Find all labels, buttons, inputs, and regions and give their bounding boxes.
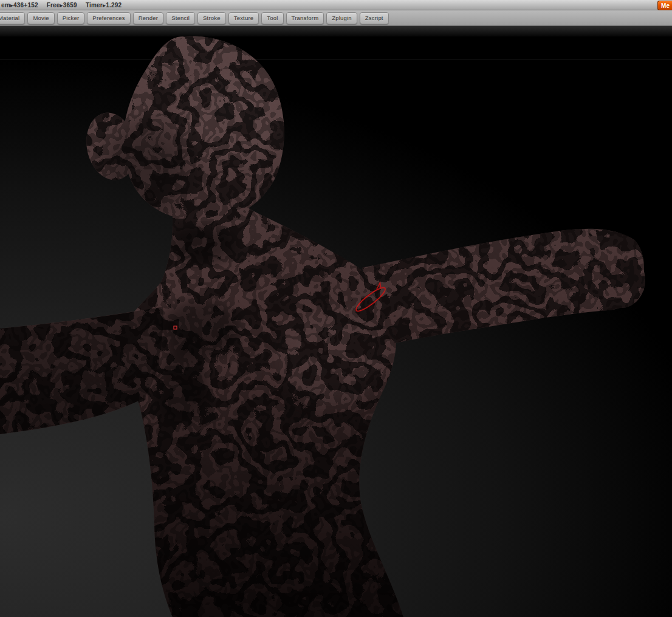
zbrush-window: em▸436+152 Free▸3659 Timer▸1.292 Me Mate… [0, 0, 672, 617]
menu-texture[interactable]: Texture [228, 12, 259, 24]
menu-preferences[interactable]: Preferences [87, 12, 130, 24]
timer-counter: Timer▸1.292 [86, 2, 122, 9]
status-bar: em▸436+152 Free▸3659 Timer▸1.292 Me [0, 0, 672, 10]
menu-stroke[interactable]: Stroke [197, 12, 226, 24]
menu-tool[interactable]: Tool [261, 12, 283, 24]
menu-zscript[interactable]: Zscript [360, 12, 389, 24]
sculpt-model [0, 26, 672, 617]
menu-movie[interactable]: Movie [27, 12, 54, 24]
menu-render[interactable]: Render [133, 12, 163, 24]
menu-picker[interactable]: Picker [57, 12, 85, 24]
menu-items: Material Movie Picker Preferences Render… [0, 12, 389, 24]
model-surface-detail [0, 26, 672, 617]
menu-material[interactable]: Material [0, 12, 25, 24]
menu-transform[interactable]: Transform [286, 12, 324, 24]
mem-button[interactable]: Me [657, 1, 672, 10]
menu-zplugin[interactable]: Zplugin [326, 12, 357, 24]
free-counter: Free▸3659 [47, 2, 77, 9]
document-canvas[interactable] [0, 26, 672, 617]
mem-counter: em▸436+152 [1, 2, 38, 9]
menu-stencil[interactable]: Stencil [166, 12, 195, 24]
menu-bar: Material Movie Picker Preferences Render… [0, 10, 672, 26]
